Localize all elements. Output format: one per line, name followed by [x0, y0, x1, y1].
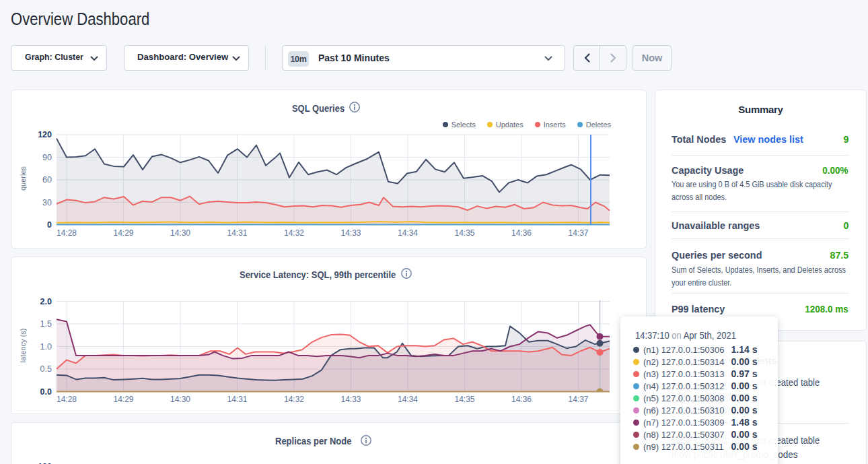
- svg-text:0.0: 0.0: [40, 387, 52, 397]
- svg-text:90: 90: [42, 153, 52, 162]
- svg-text:14:32: 14:32: [284, 228, 304, 238]
- svg-text:2.0: 2.0: [40, 297, 52, 306]
- svg-text:14:28: 14:28: [57, 395, 77, 404]
- svg-text:14:31: 14:31: [227, 395, 247, 404]
- svg-text:14:36: 14:36: [511, 228, 532, 238]
- svg-text:0.5: 0.5: [40, 364, 52, 374]
- svg-text:14:37: 14:37: [568, 395, 588, 404]
- svg-text:14:36: 14:36: [511, 395, 532, 404]
- svg-text:14:34: 14:34: [398, 395, 418, 404]
- svg-text:1.5: 1.5: [40, 319, 52, 329]
- svg-text:14:33: 14:33: [340, 395, 361, 404]
- svg-text:14:30: 14:30: [170, 228, 190, 238]
- svg-text:14:37: 14:37: [568, 228, 588, 238]
- svg-text:14:34: 14:34: [398, 228, 418, 238]
- svg-text:1.0: 1.0: [40, 342, 52, 352]
- svg-text:14:29: 14:29: [113, 228, 133, 238]
- svg-text:14:30: 14:30: [170, 395, 190, 404]
- svg-text:120: 120: [38, 130, 52, 139]
- svg-text:14:29: 14:29: [113, 395, 133, 404]
- svg-text:14:35: 14:35: [454, 228, 474, 238]
- svg-text:14:35: 14:35: [454, 395, 474, 404]
- svg-text:latency (s): latency (s): [19, 329, 27, 363]
- svg-text:14:31: 14:31: [227, 228, 247, 238]
- svg-text:60: 60: [42, 175, 52, 185]
- svg-text:14:33: 14:33: [340, 228, 361, 238]
- svg-text:14:32: 14:32: [284, 395, 304, 404]
- svg-text:0: 0: [47, 220, 52, 230]
- svg-text:14:28: 14:28: [57, 228, 77, 238]
- svg-text:30: 30: [42, 198, 52, 207]
- svg-text:queries: queries: [19, 166, 27, 191]
